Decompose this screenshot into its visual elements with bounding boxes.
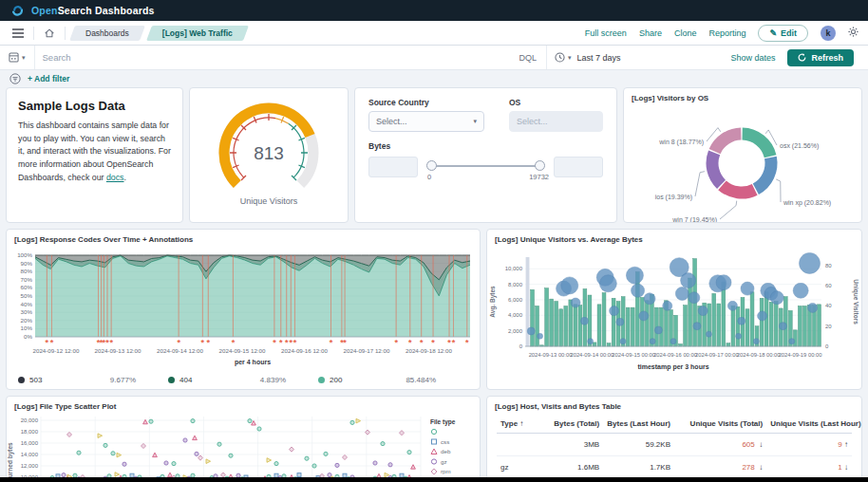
column-header-2[interactable]: Bytes (Last Hour) — [603, 415, 674, 434]
os-select[interactable]: Select... — [509, 111, 603, 132]
slider-handle-min[interactable] — [426, 160, 437, 171]
svg-text:20,000: 20,000 — [21, 417, 39, 423]
add-filter-link[interactable]: + Add filter — [28, 74, 69, 83]
source-country-select[interactable]: Select...▾ — [368, 111, 484, 132]
legend-item-blank[interactable] — [431, 429, 436, 434]
panel-file-type-scatter: [Logs] File Type Scatter Plot 10,00012,0… — [6, 396, 481, 482]
legend-item-deb[interactable]: deb — [431, 448, 451, 454]
svg-text:60%: 60% — [21, 284, 33, 290]
svg-text:12,000: 12,000 — [21, 463, 39, 469]
search-input[interactable] — [35, 52, 510, 63]
saved-queries-menu[interactable]: ▾ — [0, 46, 35, 69]
pie-label: win 7 (19.45%) — [671, 216, 717, 223]
legend-item-503[interactable]: 5039.677% — [18, 376, 168, 384]
svg-text:*: * — [109, 338, 113, 347]
column-header-3[interactable]: Unique Visits (Total) — [674, 415, 766, 434]
svg-text:*: * — [408, 338, 412, 347]
scatter-points[interactable] — [50, 418, 416, 482]
visitors-vs-bytes-chart[interactable]: 02,0004,0006,0008,00010,0000204060802024… — [487, 246, 861, 390]
breadcrumb-dashboards[interactable]: Dashboards — [72, 26, 142, 41]
os-label: OS — [509, 98, 603, 107]
slider-track[interactable] — [431, 165, 540, 167]
file-type-scatter-chart[interactable]: 10,00012,00014,00016,00018,00020,000File… — [7, 413, 480, 482]
svg-text:*: * — [207, 338, 211, 347]
divider — [65, 27, 66, 40]
table-header-row: Type ↑Bytes (Total)Bytes (Last Hour)Uniq… — [497, 415, 852, 434]
host-visits-bytes-table: Type ↑Bytes (Total)Bytes (Last Hour)Uniq… — [497, 415, 852, 482]
bytes-min-input[interactable] — [368, 157, 418, 177]
filter-options-icon[interactable] — [9, 72, 21, 84]
column-header-0[interactable]: Type ↑ — [497, 415, 543, 434]
panel-title: [Logs] File Type Scatter Plot — [7, 397, 480, 413]
svg-text:20: 20 — [825, 324, 832, 329]
svg-text:2024-09-13 12:00: 2024-09-13 12:00 — [95, 347, 142, 354]
pie-slice-win-7[interactable] — [723, 185, 755, 193]
svg-text:2024-09-14 00:00: 2024-09-14 00:00 — [570, 352, 613, 358]
bytes-range-slider: 0 19732 — [426, 157, 545, 177]
column-header-1[interactable]: Bytes (Total) — [543, 415, 604, 434]
query-bar: ▾ DQL ▾ Last 7 days Show dates Refresh — [0, 46, 868, 70]
svg-text:14,000: 14,000 — [21, 452, 39, 457]
svg-text:0: 0 — [519, 343, 523, 349]
time-quick-select[interactable]: ▾ — [555, 52, 572, 63]
pie-slice-ios[interactable] — [712, 153, 722, 185]
chevron-down-icon: ▾ — [473, 118, 477, 125]
show-dates-link[interactable]: Show dates — [730, 53, 775, 63]
pie-label: win xp (20.82%) — [783, 199, 831, 207]
svg-text:*: * — [50, 338, 54, 347]
svg-text:60: 60 — [825, 283, 832, 288]
slider-max-value: 19732 — [529, 173, 549, 181]
legend-item-gz[interactable]: gz — [431, 458, 446, 465]
legend-item-css[interactable]: css — [432, 438, 450, 445]
clock-icon — [555, 52, 565, 63]
svg-text:*: * — [447, 338, 451, 347]
pie-slice-osx[interactable] — [743, 134, 770, 157]
edit-button[interactable]: ✎Edit — [758, 25, 808, 42]
bytes-max-input[interactable] — [554, 157, 603, 177]
svg-text:20%: 20% — [21, 317, 33, 324]
svg-text:*: * — [293, 338, 297, 347]
menu-hamburger-icon[interactable] — [9, 25, 27, 42]
svg-text:*: * — [343, 338, 347, 347]
svg-text:80: 80 — [825, 263, 832, 269]
table-row: 3MB59.2KB605 ↓9 ↑ — [497, 434, 852, 456]
breadcrumb-bar: Dashboards [Logs] Web Traffic Full scree… — [0, 21, 868, 46]
response-codes-area-chart[interactable]: 0%10%20%30%40%50%60%70%80%90%100%*******… — [7, 246, 480, 375]
slider-handle-max[interactable] — [535, 160, 545, 171]
time-range-value[interactable]: Last 7 days — [576, 53, 620, 63]
svg-text:2024-09-16 00:00: 2024-09-16 00:00 — [653, 352, 697, 358]
svg-text:*: * — [279, 338, 283, 347]
clone-link[interactable]: Clone — [674, 28, 697, 38]
y-axis-title: Returned bytes — [7, 442, 14, 482]
sample-body: This dashboard contains sample data for … — [18, 120, 171, 184]
unique-visitors-gauge-chart[interactable]: 813 — [190, 88, 348, 198]
panel-input-controls: Source Country Select...▾ OS Select... B… — [354, 87, 617, 223]
column-header-4[interactable]: Unique Visits (Last Hour) — [766, 415, 852, 434]
response-codes-legend: 5039.677%4044.839%20085.484% — [18, 376, 468, 384]
docs-link[interactable]: docs — [106, 173, 124, 182]
pie-slice-win-xp[interactable] — [756, 158, 771, 189]
visitors-by-os-donut-chart[interactable]: osx (21.56%)win xp (20.82%)win 7 (19.45%… — [624, 104, 861, 223]
gear-icon[interactable] — [848, 27, 859, 39]
dql-button[interactable]: DQL — [509, 53, 546, 63]
breadcrumb-current-dashboard[interactable]: [Logs] Web Traffic — [149, 26, 246, 41]
pie-slice-win-8[interactable] — [715, 134, 742, 152]
slider-min-value: 0 — [427, 173, 431, 181]
reporting-link[interactable]: Reporting — [708, 28, 745, 38]
home-icon[interactable] — [41, 25, 58, 42]
svg-text:*: * — [420, 338, 424, 347]
svg-text:30%: 30% — [21, 308, 33, 315]
area-series-200[interactable] — [35, 256, 470, 337]
legend-item-200[interactable]: 20085.484% — [318, 376, 468, 384]
full-screen-link[interactable]: Full screen — [585, 28, 627, 38]
user-avatar[interactable]: k — [821, 26, 836, 41]
svg-text:*: * — [431, 338, 435, 347]
svg-text:2024-09-19 00:00: 2024-09-19 00:00 — [779, 352, 822, 358]
svg-text:2024-09-14 12:00: 2024-09-14 12:00 — [157, 347, 203, 354]
share-link[interactable]: Share — [639, 28, 662, 38]
legend-item-404[interactable]: 4044.839% — [168, 376, 318, 384]
opensearch-logo-icon — [9, 2, 26, 19]
svg-text:*: * — [394, 338, 398, 347]
refresh-button[interactable]: Refresh — [787, 49, 854, 66]
legend-item-rpm[interactable]: rpm — [431, 468, 451, 474]
